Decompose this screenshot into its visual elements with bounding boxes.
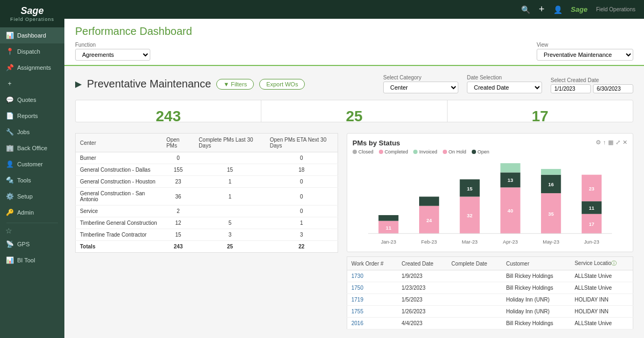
table-row: General Construction - San Antonio 36 1 …: [76, 188, 338, 205]
bar-label: 35: [548, 211, 553, 217]
bar-label: 11: [589, 205, 594, 211]
cell-complete: [194, 152, 265, 164]
sidebar-star[interactable]: ☆: [0, 225, 64, 236]
bar-month-label: May-23: [543, 239, 559, 245]
assignments-icon: 📌: [5, 64, 14, 71]
legend-item: On Hold: [443, 149, 466, 155]
sidebar-label-jobs: Jobs: [17, 129, 30, 135]
created-date-group: Select Created Date: [551, 77, 633, 93]
cell-eta: 1: [266, 217, 338, 229]
function-select[interactable]: Agreements: [75, 49, 150, 61]
cell-complete: 5: [194, 217, 265, 229]
sidebar-item-reports[interactable]: 📄 Reports: [0, 108, 64, 124]
table-row: Service 2 0: [76, 205, 338, 217]
wo-cell-number[interactable]: 1730: [347, 270, 397, 282]
sidebar-label-quotes: Quotes: [17, 97, 36, 103]
cell-center: Timberline General Construction: [76, 217, 162, 229]
sidebar-item-customer[interactable]: 👤 Customer: [0, 156, 64, 172]
view-select[interactable]: Preventative Maintenance: [537, 49, 633, 61]
chart-bar-icon[interactable]: ▦: [608, 139, 613, 146]
cell-complete: 15: [194, 164, 265, 176]
legend-item: Invoiced: [413, 149, 437, 155]
sidebar-item-setup[interactable]: ⚙️ Setup: [0, 188, 64, 204]
chart-controls: ⚙ ↑ ▦ ⤢ ✕: [596, 139, 628, 146]
header-filter-row: Function Agreements View Preventative Ma…: [75, 42, 633, 65]
legend-label: Completed: [385, 149, 408, 155]
chart-close-icon[interactable]: ✕: [623, 139, 627, 146]
bar-label: 24: [426, 218, 432, 223]
right-column: PMs by Status ClosedCompletedInvoicedOn …: [347, 133, 633, 329]
wo-cell-created: 1/9/2023: [397, 270, 447, 282]
sidebar-label-admin: Admin: [17, 209, 34, 216]
two-col-layout: Center Open PMs Complete PMs Last 30 Day…: [75, 133, 633, 329]
bar-segment: [541, 169, 561, 175]
wo-cell-complete: [447, 282, 502, 294]
sidebar-item-bi-tool[interactable]: 📊 BI Tool: [0, 252, 64, 268]
sidebar-item-quotes[interactable]: 💬 Quotes: [0, 92, 64, 108]
wo-col-complete: Complete Date: [447, 257, 502, 270]
cell-open: 23: [162, 176, 194, 188]
date-selection-select[interactable]: Created Date: [467, 82, 542, 93]
function-filter-group: Function Agreements: [75, 42, 150, 61]
sidebar-label-dispatch: Dispatch: [17, 48, 40, 55]
cell-center: Totals: [76, 241, 162, 253]
bar-month-label: Jan-23: [380, 239, 396, 245]
bar-segment: [419, 197, 439, 206]
legend-label: On Hold: [449, 149, 466, 155]
legend-item: Closed: [353, 149, 374, 155]
sidebar-label-tools: Tools: [17, 177, 31, 183]
export-button[interactable]: Export WOs: [259, 79, 305, 90]
table-row: General Construction - Dallas 155 15 18: [76, 164, 338, 176]
wo-cell-created: 1/23/2023: [397, 282, 447, 294]
sidebar-item-jobs[interactable]: 🔧 Jobs: [0, 124, 64, 140]
sidebar-item-back-office[interactable]: 🏢 Back Office: [0, 140, 64, 156]
sidebar-item-admin[interactable]: 🔑 Admin: [0, 204, 64, 221]
wo-cell-number[interactable]: 2016: [347, 318, 397, 329]
legend-item: Open: [472, 149, 489, 155]
chart-up-icon[interactable]: ↑: [603, 139, 606, 146]
wo-cell-number[interactable]: 1719: [347, 294, 397, 306]
sidebar-label-customer: Customer: [17, 161, 43, 167]
stat-eta-pms: 17 Open PMs ETA Next 7 Days: [448, 100, 633, 122]
category-select[interactable]: Center: [383, 82, 458, 93]
sidebar-item-dispatch[interactable]: 📍 Dispatch: [0, 43, 64, 60]
bar-segment: [500, 163, 520, 172]
cell-complete: 25: [194, 241, 265, 253]
legend-dot: [353, 150, 357, 154]
sidebar-item-tools[interactable]: 🔩 Tools: [0, 172, 64, 188]
table-row: General Construction - Houston 23 1 0: [76, 176, 338, 188]
stat-complete-pms-number: 25: [267, 108, 441, 122]
date-to-input[interactable]: [593, 84, 633, 93]
sidebar-item-gps[interactable]: 📡 GPS: [0, 236, 64, 252]
cell-open: 36: [162, 188, 194, 205]
wo-cell-number[interactable]: 1750: [347, 282, 397, 294]
sidebar-label-setup: Setup: [17, 193, 33, 200]
sidebar-item-assignments[interactable]: 📌 Assignments: [0, 60, 64, 76]
legend-dot: [443, 150, 447, 154]
wo-cell-number[interactable]: 1755: [347, 306, 397, 318]
sidebar-item-add[interactable]: +: [0, 76, 64, 92]
logo-text: Sage: [20, 5, 43, 17]
sidebar-item-dashboard[interactable]: 📊 Dashboard: [0, 27, 64, 43]
legend-dot: [413, 150, 418, 154]
stats-row: 243 Open PMs 25 Complete PMs Last 30 Day…: [75, 100, 633, 122]
table-row: Timberline General Construction 12 5 1: [76, 217, 338, 229]
quotes-icon: 💬: [5, 96, 14, 104]
cell-eta: 18: [266, 164, 338, 176]
stat-open-pms-number: 243: [81, 108, 255, 122]
dashboard-content: ▶ Preventative Maintenance ▼ Filters Exp…: [64, 66, 644, 338]
chart-expand-icon[interactable]: ⤢: [616, 139, 620, 146]
col-center: Center: [76, 134, 162, 152]
customer-icon: 👤: [5, 160, 14, 168]
back-office-icon: 🏢: [5, 144, 14, 152]
triangle-icon: ▶: [75, 79, 82, 89]
chart-section: PMs by Status ClosedCompletedInvoicedOn …: [347, 133, 633, 252]
date-from-input[interactable]: [551, 84, 591, 93]
chart-settings-icon[interactable]: ⚙: [596, 139, 601, 146]
filters-button[interactable]: ▼ Filters: [216, 79, 254, 90]
date-selection-label: Date Selection: [467, 75, 542, 80]
chart-header: PMs by Status ClosedCompletedInvoicedOn …: [353, 139, 627, 159]
wo-cell-created: 1/26/2023: [397, 306, 447, 318]
table-row: Totals 243 25 22: [76, 241, 338, 253]
legend-dot: [379, 150, 383, 154]
